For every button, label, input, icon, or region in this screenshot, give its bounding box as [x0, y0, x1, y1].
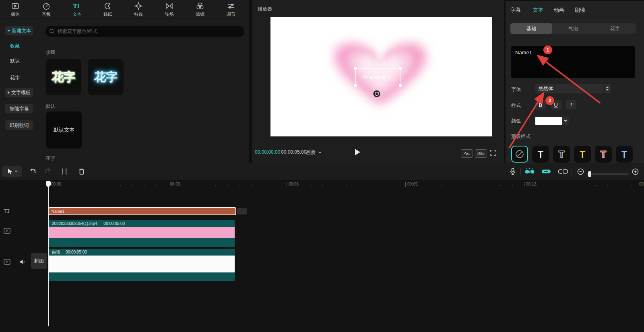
svg-text:T: T	[601, 149, 606, 160]
unlink-icon	[558, 168, 568, 175]
tab-filter[interactable]: 滤镜	[189, 2, 211, 17]
sidebar-item-favorites[interactable]: 收藏	[10, 43, 20, 49]
fit-button[interactable]: 适应	[475, 149, 487, 158]
playhead-line[interactable]	[48, 181, 49, 326]
tab-adjust-label: 调节	[227, 11, 235, 17]
media-library-panel: 媒体 音频 TI 文本 贴纸 特效 转场	[0, 0, 249, 163]
italic-button[interactable]: I	[566, 100, 576, 109]
preset-none-button[interactable]	[511, 146, 528, 163]
subtab-huazi[interactable]: 花字	[594, 23, 636, 34]
stepper-up-icon	[606, 87, 609, 88]
search-icon	[49, 29, 55, 34]
preset-red-button[interactable]: T	[595, 146, 612, 163]
zoom-out-button[interactable]	[576, 167, 584, 175]
select-tool-button[interactable]	[2, 166, 22, 177]
trash-icon	[78, 168, 85, 175]
annotation-badge-2: 2	[545, 96, 554, 105]
delete-button[interactable]	[77, 167, 86, 176]
huazi-thumb-blue[interactable]: 花字	[88, 59, 124, 95]
section-favorites-label: 收藏	[45, 49, 55, 56]
annotation-badge-1: 1	[543, 45, 552, 54]
clip-trailing-stub	[237, 208, 247, 214]
tabs-divider	[506, 18, 644, 18]
unlink-button[interactable]	[558, 167, 568, 175]
subtab-basic[interactable]: 基础	[510, 23, 552, 34]
handle-bottom-right[interactable]	[399, 84, 402, 87]
zoom-in-button[interactable]	[631, 167, 639, 175]
handle-bottom-left[interactable]	[354, 84, 357, 87]
preview-canvas[interactable]: Name1	[270, 17, 492, 136]
sidebar-item-new-text[interactable]: 新建文本	[5, 26, 33, 35]
default-text-thumb[interactable]: 默认文本	[46, 111, 82, 148]
tab-subtitle[interactable]: 字幕	[510, 6, 521, 14]
redo-button[interactable]	[43, 167, 52, 176]
sidebar-item-smart-subtitle[interactable]: 智能字幕	[5, 104, 33, 113]
video-clip-duration: 00:00:05:00	[103, 221, 125, 226]
preset-yellow-button[interactable]: T	[574, 146, 591, 163]
tab-read-aloud[interactable]: 朗读	[575, 6, 585, 14]
main-toolbar: 媒体 音频 TI 文本 贴纸 特效 转场	[0, 0, 246, 19]
svg-text:T: T	[580, 149, 585, 160]
sidebar-item-huazi[interactable]: 花字	[10, 74, 20, 81]
white-clip-body	[49, 256, 235, 272]
play-button[interactable]	[355, 149, 360, 155]
tab-media[interactable]: 媒体	[4, 2, 26, 17]
rotate-handle-icon[interactable]	[373, 90, 380, 97]
sidebar-item-text-template[interactable]: 文字模板	[5, 88, 33, 97]
svg-text:T: T	[621, 149, 627, 160]
timeline-zoom-slider[interactable]	[587, 173, 629, 175]
search-input[interactable]	[45, 26, 244, 37]
text-selection-box[interactable]: Name1	[355, 68, 400, 85]
font-stepper[interactable]	[604, 84, 611, 93]
filter-icon	[196, 2, 204, 10]
tab-transition[interactable]: 转场	[159, 2, 180, 17]
undo-button[interactable]	[28, 167, 37, 176]
tab-audio[interactable]: 音频	[35, 2, 57, 17]
sidebar-item-lyrics[interactable]: 识别歌词	[5, 120, 33, 130]
none-icon	[515, 149, 524, 159]
link-toggle[interactable]	[541, 168, 551, 175]
tab-animation[interactable]: 动画	[554, 6, 564, 14]
quality-dropdown[interactable]: 画质	[306, 149, 316, 156]
subtab-bubble[interactable]: 气泡	[552, 23, 594, 34]
white-field-clip[interactable]: 白场 00:00:05:00	[49, 247, 235, 281]
preset-blue-button[interactable]: T	[616, 146, 633, 163]
tab-adjust[interactable]: 调节	[220, 2, 242, 17]
zoom-slider-handle[interactable]	[588, 171, 591, 177]
preset-white-button[interactable]: T	[532, 146, 549, 163]
preset-label: 预设样式	[511, 133, 530, 140]
tab-text-label: 文本	[72, 11, 81, 17]
color-dropdown[interactable]	[562, 117, 569, 125]
color-swatch[interactable]	[535, 117, 562, 125]
timeline-ruler[interactable]: 00:00 00:03 00:06 00:09 00:12 00:15	[0, 180, 644, 188]
handle-top-right[interactable]	[399, 67, 402, 70]
fullscreen-icon[interactable]	[490, 150, 496, 156]
cursor-icon	[7, 168, 13, 175]
tab-text[interactable]: TI 文本	[66, 2, 88, 17]
quality-caret-icon	[318, 152, 322, 153]
sidebar-item-default[interactable]: 默认	[10, 58, 20, 64]
preset-outline-button[interactable]: T	[553, 146, 570, 163]
cover-button[interactable]: 封面	[31, 253, 47, 269]
default-text-label: 默认文本	[54, 126, 74, 134]
handle-top-left[interactable]	[354, 67, 357, 70]
split-button[interactable]: ][	[60, 166, 69, 177]
tab-effects[interactable]: 特效	[128, 2, 149, 17]
tab-text-settings[interactable]: 文本	[533, 6, 543, 14]
auto-snap-toggle[interactable]	[524, 167, 535, 175]
video-clip[interactable]: 20220330302354(1).mp4 00:00:05:00	[49, 220, 235, 247]
tab-sticker[interactable]: 贴纸	[97, 2, 119, 17]
ruler-label: 00:06	[289, 182, 299, 186]
white-clip-audio-strip	[49, 272, 235, 281]
text-content-input[interactable]: Name1	[511, 46, 635, 78]
text-clip[interactable]: Name1	[48, 207, 236, 215]
bold-button[interactable]: B	[535, 100, 546, 109]
capcut-app: 媒体 音频 TI 文本 贴纸 特效 转场	[0, 0, 644, 332]
record-voiceover-button[interactable]	[508, 167, 517, 176]
font-select[interactable]: 悠然体	[535, 84, 603, 93]
audio-mute-icon[interactable]	[19, 259, 26, 265]
waveform-toggle-button[interactable]	[461, 149, 473, 158]
tab-filter-label: 滤镜	[196, 11, 204, 17]
undo-icon	[29, 168, 36, 175]
huazi-thumb-green[interactable]: 花字	[46, 59, 81, 95]
